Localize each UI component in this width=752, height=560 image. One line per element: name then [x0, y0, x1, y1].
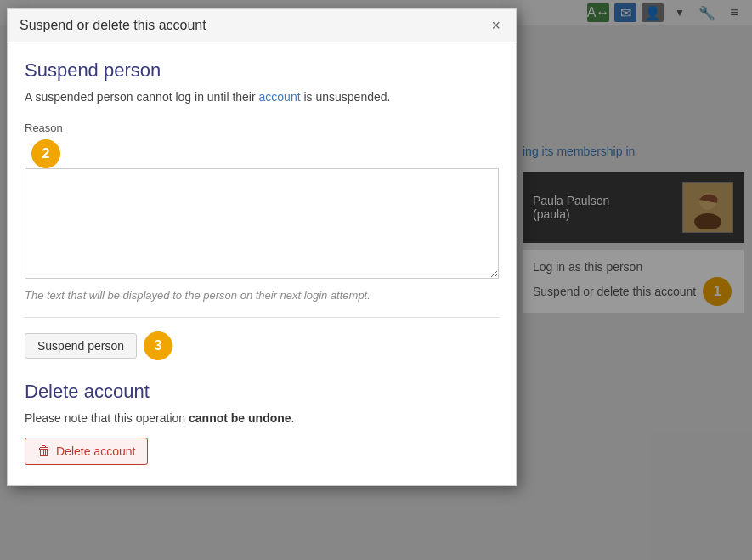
delete-warning: Please note that this operation cannot b… — [25, 410, 499, 427]
modal-body: Suspend person A suspended person cannot… — [8, 42, 516, 485]
suspend-section: Suspend person A suspended person cannot… — [25, 59, 499, 360]
suspend-button-row: Suspend person 3 — [25, 331, 499, 360]
reason-hint: The text that will be displayed to the p… — [25, 288, 499, 303]
delete-section-title: Delete account — [25, 381, 499, 403]
divider — [25, 317, 499, 318]
reason-row: 2 — [25, 139, 499, 168]
suspend-section-description: A suspended person cannot log in until t… — [25, 88, 499, 106]
suspend-section-title: Suspend person — [25, 59, 499, 82]
modal-header: Suspend or delete this account × — [8, 9, 516, 42]
delete-section: Delete account Please note that this ope… — [25, 381, 499, 465]
modal-close-button[interactable]: × — [488, 18, 504, 33]
modal-dialog: Suspend or delete this account × Suspend… — [7, 8, 517, 486]
reason-label: Reason — [25, 122, 499, 134]
badge-2: 2 — [31, 139, 60, 168]
delete-account-button[interactable]: 🗑 Delete account — [25, 438, 148, 465]
badge-3: 3 — [144, 331, 172, 360]
reason-textarea[interactable] — [25, 168, 499, 279]
suspend-button[interactable]: Suspend person — [25, 333, 137, 359]
modal-title: Suspend or delete this account — [20, 18, 206, 33]
account-link[interactable]: account — [259, 90, 304, 104]
trash-icon: 🗑 — [37, 444, 51, 459]
